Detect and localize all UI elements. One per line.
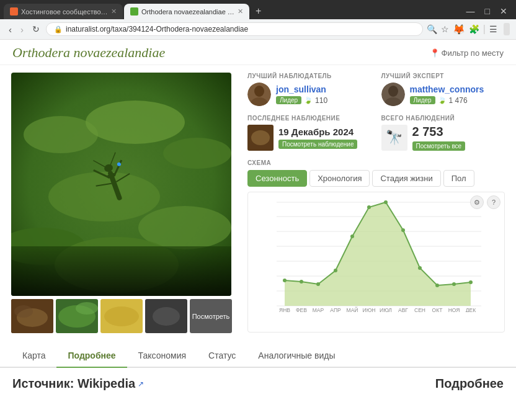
svg-point-60 [384,200,388,204]
tab-taxonomy[interactable]: Таксономия [127,344,197,368]
svg-text:СЕН: СЕН [414,307,425,312]
tab-chronology[interactable]: Хронология [309,170,370,187]
chart-tools: ⚙ ? [470,195,500,209]
best-observer-label: ЛУЧШИЙ НАБЛЮДАТЕЛЬ [247,73,371,79]
source-block: Источник: Wikipedia ↗ [12,377,144,391]
svg-text:МАЙ: МАЙ [347,306,358,312]
tab1-close[interactable]: ✕ [111,7,117,16]
svg-point-2 [86,101,185,144]
scrollbar-track[interactable] [504,23,510,35]
expert-row: matthew_connors Лидер 🍃 1 476 [381,83,505,106]
search-icon[interactable]: 🔍 [427,24,437,34]
source-link-icon[interactable]: ↗ [138,380,144,388]
source-label: Источник: Wikipedia [12,377,135,391]
back-button[interactable]: ‹ [6,23,14,36]
svg-point-62 [418,266,422,270]
window-controls: — □ ✕ [461,5,512,19]
thumb-4[interactable] [145,299,187,333]
svg-point-56 [316,282,320,286]
best-expert-block: ЛУЧШИЙ ЭКСПЕРТ matthew_connors Лидер 🍃 1… [381,73,505,106]
binoculars-icon: 🔭 [381,125,407,151]
expert-avatar [381,83,405,106]
observer-username[interactable]: jon_sullivan [276,84,327,94]
tab-details[interactable]: Подробнее [56,344,127,368]
photo-section: Посмотреть [11,73,238,333]
observer-badge-icon: 🍃 [304,96,313,104]
forward-button[interactable]: › [18,23,26,36]
svg-text:ФЕВ: ФЕВ [296,307,307,312]
photo-overlay [11,246,231,296]
chart-container: ⚙ ? 0 100 200 300 400 500 600 700 [247,192,505,333]
url-input-container[interactable]: 🔒 inaturalist.org/taxa/394124-Orthodera-… [46,22,423,36]
svg-point-59 [367,205,371,209]
svg-point-4 [48,172,160,221]
page-header: Orthodera novaezealandiae 📍 Фильтр по ме… [0,40,516,65]
chart-help-btn[interactable]: ? [487,195,500,209]
tab2-icon [130,7,138,16]
tab-similar[interactable]: Аналогичные виды [247,344,346,368]
view-all-btn[interactable]: Посмотреть все [412,141,466,151]
svg-text:ОКТ: ОКТ [432,307,443,312]
bookmark-icon[interactable]: ☆ [441,24,449,34]
svg-point-24 [76,302,98,315]
total-obs-label: ВСЕГО НАБЛЮДЕНИЙ [381,115,505,122]
schema-label: СХЕМА [247,159,505,166]
tab-map[interactable]: Карта [11,344,56,368]
page-content: Orthodera novaezealandiae 📍 Фильтр по ме… [0,40,516,413]
tab-seasonality[interactable]: Сезонность [247,170,307,187]
thumb-1[interactable] [11,299,53,333]
svg-point-57 [334,269,337,272]
extensions-icon[interactable]: 🧩 [469,24,479,34]
view-observation-btn[interactable]: Посмотреть наблюдение [278,140,357,149]
expert-count: 1 476 [449,96,468,105]
lock-icon: 🔒 [54,25,63,34]
svg-text:ДЕК: ДЕК [466,307,476,312]
fox-icon: 🦊 [453,24,465,35]
tab2-close[interactable]: ✕ [238,7,243,16]
expert-badges: Лидер 🍃 1 476 [410,96,484,105]
last-obs-row: 19 Декабрь 2024 Посмотреть наблюдение [247,125,371,151]
last-obs-info: 19 Декабрь 2024 Посмотреть наблюдение [278,127,357,149]
filter-label: Фильтр по месту [442,48,504,58]
svg-point-55 [300,280,303,284]
chart-gear-btn[interactable]: ⚙ [470,195,484,209]
url-display: inaturalist.org/taxa/394124-Orthodera-no… [66,25,248,34]
tab-status[interactable]: Статус [197,344,247,368]
schema-section: СХЕМА Сезонность Хронология Стадия жизни… [247,159,505,333]
schema-tabs: Сезонность Хронология Стадия жизни Пол [247,170,505,187]
new-tab-button[interactable]: + [251,3,266,19]
best-observer-block: ЛУЧШИЙ НАБЛЮДАТЕЛЬ jon_sullivan Лидер 🍃 … [247,73,371,106]
thumb-2[interactable] [56,299,98,333]
more-section-label: Подробнее [435,377,504,391]
tab-sex[interactable]: Пол [443,170,474,187]
observer-avatar [247,83,271,106]
minimize-button[interactable]: — [461,5,480,17]
menu-icon[interactable]: ☰ [489,24,497,34]
maximize-button[interactable]: □ [480,5,495,17]
total-obs-count: 2 753 [412,125,466,139]
close-button[interactable]: ✕ [495,5,512,17]
main-photo[interactable] [11,73,231,296]
thumb-3[interactable] [100,299,143,333]
observer-badges: Лидер 🍃 110 [276,96,327,105]
last-obs-block: ПОСЛЕДНЕЕ НАБЛЮДЕНИЕ 19 Декабрь 2024 Пос… [247,115,371,151]
observer-badge: Лидер [276,96,301,104]
tab1-icon [10,7,18,16]
expert-username[interactable]: matthew_connors [410,84,484,94]
footer-row: Источник: Wikipedia ↗ Подробнее [0,368,516,397]
best-expert-label: ЛУЧШИЙ ЭКСПЕРТ [381,73,505,79]
more-photos-btn[interactable]: Посмотреть [190,299,232,333]
reload-button[interactable]: ↻ [30,23,42,35]
tab-active[interactable]: Orthodera novaezealandiae · iN ✕ [124,4,249,19]
tab-inactive[interactable]: Хостинговое сообщество «Tim ✕ [4,4,123,19]
filter-location-btn[interactable]: 📍 Фильтр по месту [430,48,504,58]
svg-point-65 [469,280,473,284]
svg-text:ИЮН: ИЮН [363,307,376,312]
svg-point-63 [435,284,439,287]
bottom-tabs-bar: Карта Подробнее Таксономия Статус Аналог… [0,344,516,368]
tab-lifestage[interactable]: Стадия жизни [372,170,440,187]
total-obs-info: 2 753 Посмотреть все [412,125,466,151]
expert-badge: Лидер [410,96,435,104]
svg-marker-53 [285,202,471,306]
main-area: Посмотреть ЛУЧШИЙ НАБЛЮДАТЕЛЬ jon_sulliv… [0,65,516,341]
